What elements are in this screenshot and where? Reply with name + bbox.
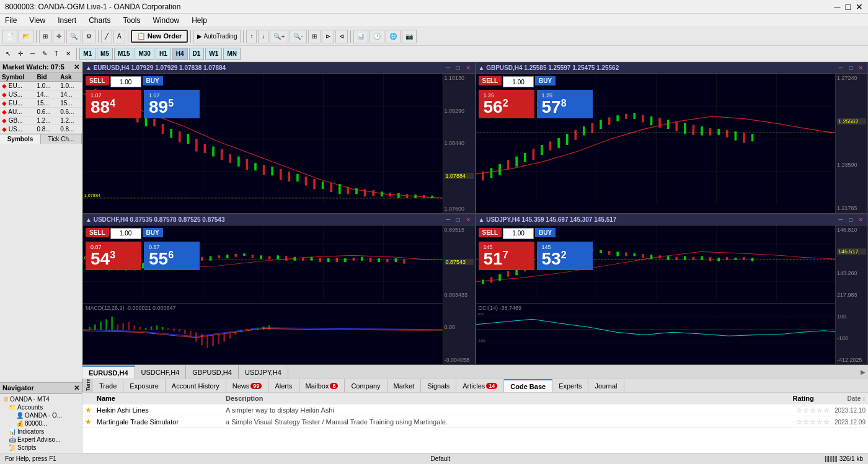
menu-insert[interactable]: Insert — [55, 15, 79, 26]
menu-file[interactable]: File — [2, 15, 19, 26]
tf-m5[interactable]: M5 — [97, 48, 113, 60]
nav-broker[interactable]: 🖥 OANDA - MT4 — [1, 395, 81, 403]
mw-row[interactable]: ◆ US...14...14... — [0, 90, 82, 99]
cursor-btn[interactable]: ↖ — [2, 48, 14, 60]
term-tab-news[interactable]: News 99 — [226, 379, 269, 392]
autotrading-btn[interactable]: ▶ AutoTrading — [193, 30, 241, 43]
new-chart-btn[interactable]: 📄 — [2, 30, 17, 43]
usdjpy-close[interactable]: ✕ — [856, 216, 865, 223]
line-btn[interactable]: ╱ — [101, 30, 112, 43]
camera-btn[interactable]: 📷 — [402, 30, 417, 43]
eurusd-close[interactable]: ✕ — [464, 64, 472, 71]
mw-row[interactable]: ◆ US...0.8...0.8... — [0, 125, 82, 134]
clock-btn[interactable]: 🕐 — [370, 30, 384, 43]
minimize-button[interactable]: ─ — [835, 2, 841, 12]
zoom-btn[interactable]: 🔍 — [66, 30, 81, 43]
usdjpy-maximize[interactable]: □ — [846, 216, 855, 223]
chart-tab-gbpusd[interactable]: GBPUSD,H4 — [186, 366, 239, 379]
nav-experts[interactable]: 🤖 Expert Adviso... — [1, 436, 81, 444]
pencil-btn[interactable]: ✎ — [39, 48, 50, 60]
zoom-out-btn[interactable]: 🔍- — [290, 30, 306, 43]
eurusd-minimize[interactable]: ─ — [444, 64, 453, 71]
usdjpy-body[interactable]: SELL BUY 145 517 145 — [476, 225, 868, 365]
nav-account1[interactable]: 👤 OANDA - O... — [1, 411, 81, 419]
down-arrow-btn[interactable]: ↓ — [258, 30, 268, 43]
term-tab-experts[interactable]: Experts — [552, 379, 588, 392]
grid-btn[interactable]: ⊞ — [308, 30, 321, 43]
tf-mn[interactable]: MN — [223, 48, 241, 60]
gbpusd-lot-input[interactable] — [503, 76, 534, 87]
properties-btn[interactable]: ⚙ — [82, 30, 95, 43]
menu-view[interactable]: View — [27, 15, 48, 26]
text-draw-btn[interactable]: T — [51, 48, 61, 60]
mw-row[interactable]: ◆ GB...1.2...1.2... — [0, 116, 82, 125]
gbpusd-close[interactable]: ✕ — [856, 64, 865, 71]
text-btn[interactable]: A — [113, 30, 125, 43]
gbpusd-body[interactable]: SELL BUY 1.25 562 1.25 — [476, 74, 868, 213]
tf-m15[interactable]: M15 — [114, 48, 133, 60]
term-tab-trade[interactable]: Trade — [93, 379, 123, 392]
menu-window[interactable]: Window — [151, 15, 182, 26]
term-tab-mailbox[interactable]: Mailbox 6 — [299, 379, 345, 392]
mw-row[interactable]: ◆ EU...1.0...1.0... — [0, 82, 82, 90]
tf-m30[interactable]: M30 — [135, 48, 154, 60]
usdchf-close[interactable]: ✕ — [464, 216, 472, 223]
usdchf-body[interactable]: SELL BUY 0.87 543 0.87 — [83, 225, 475, 365]
profiles-btn[interactable]: ⊞ — [39, 30, 51, 43]
gbpusd-maximize[interactable]: □ — [846, 64, 855, 71]
term-tab-market[interactable]: Market — [388, 379, 422, 392]
chart-tab-usdchf[interactable]: USDCHF,H4 — [135, 366, 187, 379]
maximize-button[interactable]: □ — [846, 2, 851, 12]
usdchf-maximize[interactable]: □ — [454, 216, 463, 223]
terminal-vertical-label[interactable]: Terminal — [82, 379, 93, 392]
eurusd-lot-input[interactable] — [110, 76, 141, 87]
line-draw-btn[interactable]: ─ — [27, 48, 38, 60]
navigator-close[interactable]: ✕ — [74, 384, 79, 392]
term-tab-signals[interactable]: Signals — [421, 379, 456, 392]
gbpusd-sell-btn[interactable]: SELL — [479, 76, 502, 85]
chart-forward-btn[interactable]: ⊳ — [322, 30, 334, 43]
open-btn[interactable]: 📂 — [19, 30, 33, 43]
tf-w1[interactable]: W1 — [205, 48, 222, 60]
mw-tab-symbols[interactable]: Symbols — [0, 134, 41, 144]
close-button[interactable]: ✕ — [856, 2, 863, 12]
usdjpy-sell-btn[interactable]: SELL — [479, 228, 502, 237]
mw-row[interactable]: ◆ EU...15...15... — [0, 99, 82, 108]
zoom-in-btn[interactable]: 🔍+ — [270, 30, 288, 43]
gbpusd-minimize[interactable]: ─ — [836, 64, 845, 71]
term-tab-exposure[interactable]: Exposure — [123, 379, 165, 392]
eurusd-buy-btn[interactable]: BUY — [143, 76, 163, 85]
mw-tab-tickchart[interactable]: Tick Ch... — [41, 134, 82, 144]
term-tab-journal[interactable]: Journal — [588, 379, 624, 392]
nav-accounts[interactable]: 📁 Accounts — [1, 403, 81, 411]
menu-tools[interactable]: Tools — [121, 15, 143, 26]
nav-scripts[interactable]: 📜 Scripts — [1, 444, 81, 452]
globe-btn[interactable]: 🌐 — [386, 30, 401, 43]
usdchf-lot-input[interactable] — [110, 228, 141, 239]
usdjpy-buy-btn[interactable]: BUY — [535, 228, 556, 237]
term-tab-acchist[interactable]: Account History — [166, 379, 226, 392]
chart-tab-arrow[interactable]: ▶ — [858, 366, 868, 379]
tf-d1[interactable]: D1 — [189, 48, 205, 60]
cross-btn[interactable]: ✛ — [15, 48, 26, 60]
up-arrow-btn[interactable]: ↑ — [246, 30, 257, 43]
nav-account2[interactable]: 💰 80000... — [1, 419, 81, 427]
ind-row-1[interactable]: ★ Heikin Ashi Lines A simpler way to dis… — [82, 405, 868, 416]
usdchf-sell-btn[interactable]: SELL — [86, 228, 109, 237]
eurusd-sell-btn[interactable]: SELL — [86, 76, 109, 85]
usdchf-minimize[interactable]: ─ — [444, 216, 453, 223]
crosshair-btn[interactable]: ✛ — [53, 30, 65, 43]
term-tab-alerts[interactable]: Alerts — [268, 379, 299, 392]
ind-row-2[interactable]: ★ Martingale Trade Simulator a Simple Vi… — [82, 416, 868, 428]
term-tab-codebase[interactable]: Code Base — [504, 379, 552, 392]
chart-tab-eurusd[interactable]: EURUSD,H4 — [82, 366, 135, 379]
indicator-list-btn[interactable]: 📊 — [353, 30, 368, 43]
chart-back-btn[interactable]: ⊲ — [335, 30, 348, 43]
menu-charts[interactable]: Charts — [86, 15, 113, 26]
term-tab-company[interactable]: Company — [345, 379, 387, 392]
tf-h4[interactable]: H4 — [172, 48, 188, 60]
usdchf-buy-btn[interactable]: BUY — [143, 228, 163, 237]
market-watch-close[interactable]: ✕ — [74, 63, 79, 71]
new-order-button[interactable]: 📋 New Order — [131, 30, 188, 43]
usdjpy-minimize[interactable]: ─ — [836, 216, 845, 223]
